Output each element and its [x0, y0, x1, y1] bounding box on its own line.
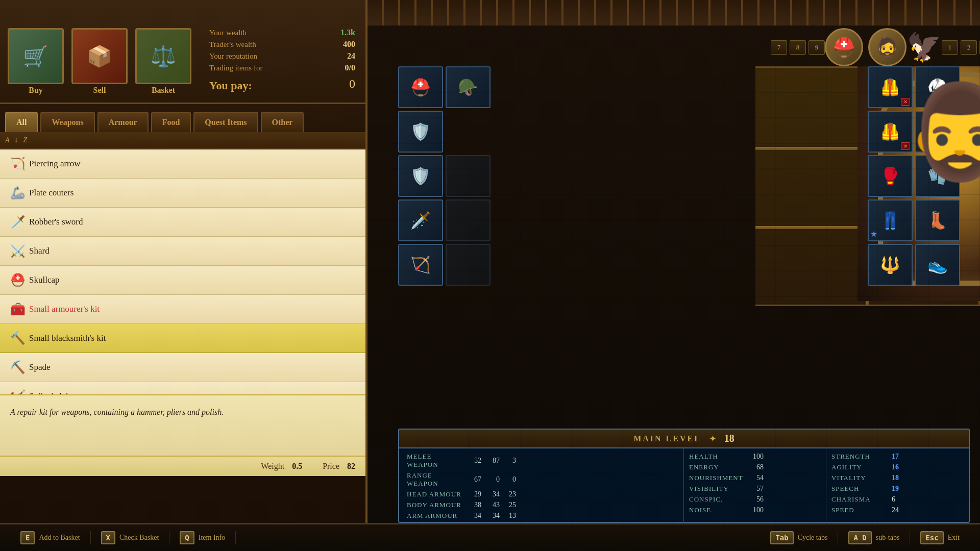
- slot-helmet[interactable]: ⛑️: [398, 66, 443, 108]
- item-name-skullcap: Skullcap: [29, 275, 60, 285]
- main-level-label: MAIN LEVEL: [633, 434, 701, 443]
- attr-strength: STRENGTH 17: [831, 453, 964, 461]
- sort-z: Z: [23, 136, 28, 144]
- noise-value: 100: [749, 506, 764, 514]
- trader-wealth-label: Trader's wealth: [209, 40, 256, 49]
- conspic-label: CONSPIC.: [689, 495, 745, 504]
- buy-crest[interactable]: 🛒: [8, 28, 64, 84]
- head-v2: 34: [485, 490, 500, 498]
- item-row-small-armourers-kit[interactable]: 🧰 Small armourer's kit: [0, 295, 365, 324]
- arm-v1: 34: [467, 512, 481, 520]
- action-add-basket: Add to Basket: [39, 534, 80, 542]
- tab-weapons[interactable]: Weapons: [40, 112, 94, 132]
- key-esc: Esc: [920, 531, 943, 544]
- sell-label: Sell: [93, 86, 106, 95]
- you-pay-label: You pay:: [209, 79, 252, 92]
- attr-vitality: VITALITY 18: [831, 474, 964, 482]
- num-tab-1[interactable]: 1: [942, 40, 958, 55]
- basket-crest-wrapper: ⚖️ Basket: [135, 28, 191, 95]
- slot-quiver[interactable]: [446, 244, 491, 286]
- slot-weapon-2[interactable]: [446, 199, 491, 241]
- portrait-helmet[interactable]: ⛑️: [825, 28, 863, 66]
- item-name-small-armourers-kit: Small armourer's kit: [29, 304, 100, 314]
- charisma-label: CHARISMA: [831, 495, 888, 504]
- attr-speech: SPEECH 19: [831, 485, 964, 493]
- agility-label: AGILITY: [831, 463, 888, 471]
- slot-empty-1[interactable]: [446, 155, 491, 197]
- slot-coif[interactable]: 🪖: [446, 66, 491, 108]
- item-name-spade: Spade: [29, 362, 51, 372]
- slot-misc-2[interactable]: 👟: [915, 244, 960, 286]
- body-armour-label: BODY ARMOUR: [407, 501, 463, 509]
- slot-row-3: 🗡️: [398, 199, 500, 241]
- num-tab-9[interactable]: 9: [808, 40, 825, 55]
- visibility-label: VISIBILITY: [689, 485, 745, 493]
- num-tab-7[interactable]: 7: [771, 40, 787, 55]
- melee-v3: 3: [504, 457, 516, 465]
- reputation-label: Your reputation: [209, 52, 257, 61]
- basket-crest[interactable]: ⚖️: [135, 28, 191, 84]
- item-row-spiked-club[interactable]: 🏏 Spiked club: [0, 382, 365, 394]
- slot-legs[interactable]: 👖 ★: [868, 199, 913, 241]
- key-tab: Tab: [770, 531, 793, 544]
- star-badge: ★: [870, 229, 877, 239]
- sell-crest[interactable]: 📦: [71, 28, 128, 84]
- num-tab-8[interactable]: 8: [790, 40, 806, 55]
- stats-area: MAIN LEVEL ✦ 18 MELEE WEAPON 52 87 3 RAN…: [398, 429, 970, 523]
- item-row-small-blacksmiths-kit[interactable]: 🔨 Small blacksmith's kit: [0, 324, 365, 353]
- your-wealth-label: Your wealth: [209, 29, 247, 37]
- speech-label: SPEECH: [831, 485, 888, 493]
- item-row-spade[interactable]: ⛏️ Spade: [0, 353, 365, 382]
- num-tab-2[interactable]: 2: [961, 40, 977, 55]
- item-row-plate-couters[interactable]: 🦾 Plate couters: [0, 179, 365, 208]
- attr-charisma: CHARISMA 6: [831, 495, 964, 504]
- nourishment-value: 54: [749, 474, 764, 482]
- stat-energy: ENERGY 68: [689, 463, 821, 471]
- key-x: X: [101, 531, 115, 544]
- item-row-piercing-arrow[interactable]: 🏹 Piercing arrow: [0, 149, 365, 179]
- stat-body-armour: BODY ARMOUR 38 43 25: [407, 501, 676, 509]
- slot-bow[interactable]: 🏹: [398, 244, 443, 286]
- body-v1: 38: [467, 501, 481, 509]
- key-e: E: [20, 531, 35, 544]
- action-item-info: Item Info: [199, 534, 225, 542]
- item-name-plate-couters: Plate couters: [29, 188, 74, 198]
- item-row-robbers-sword[interactable]: 🗡️ Robber's sword: [0, 208, 365, 237]
- stat-arm-armour: ARM ARMOUR 34 34 13: [407, 512, 676, 520]
- tab-armour[interactable]: Armour: [97, 112, 149, 132]
- tab-food[interactable]: Food: [151, 112, 191, 132]
- tab-other[interactable]: Other: [261, 112, 304, 132]
- portrait-face[interactable]: 🧔: [868, 28, 906, 66]
- melee-weapon-label: MELEE WEAPON: [407, 453, 463, 469]
- slot-boots[interactable]: 👢: [915, 199, 960, 241]
- slot-shield[interactable]: 🛡️: [398, 111, 443, 153]
- trading-items-label: Trading items for: [209, 64, 262, 72]
- speed-label: SPEED: [831, 506, 888, 514]
- tab-all[interactable]: All: [5, 112, 38, 132]
- left-trading-panel: 🛒 Buy 📦 Sell ⚖️ Basket Your wealth 1.3k …: [0, 0, 368, 551]
- reputation-value: 24: [347, 52, 355, 61]
- you-pay-value: 0: [349, 77, 355, 91]
- energy-value: 68: [749, 463, 764, 471]
- strength-value: 17: [892, 453, 899, 461]
- right-character-panel: 7 8 9 ⛑️ 🧔 🦅 1 2 3 ⛑️ 🪖 🛡️: [368, 0, 980, 551]
- weight-stat: Weight 0.5: [261, 462, 302, 471]
- eagle-emblem: 🦅: [906, 31, 942, 64]
- item-row-skullcap[interactable]: ⛑️ Skullcap: [0, 266, 365, 295]
- trading-items-row: Trading items for 0/0: [209, 63, 355, 72]
- item-name-robbers-sword: Robber's sword: [29, 217, 83, 227]
- strength-label: STRENGTH: [831, 453, 888, 461]
- stat-conspic: CONSPIC. 56: [689, 495, 821, 504]
- item-row-shard[interactable]: ⚔️ Shard: [0, 237, 365, 266]
- action-cycle-tabs: Cycle tabs: [798, 534, 828, 542]
- slot-misc-1[interactable]: 🔱: [868, 244, 913, 286]
- slot-container-left: ⛑️ 🪖 🛡️ 🛡️ 🗡️ 🏹: [398, 66, 500, 286]
- slot-chest[interactable]: 🛡️: [398, 155, 443, 197]
- slot-row-1: ⛑️ 🪖: [398, 66, 500, 108]
- slot-weapon-1[interactable]: 🗡️: [398, 199, 443, 241]
- slot-row-2: 🛡️: [398, 155, 500, 197]
- tab-questitems[interactable]: Quest Items: [193, 112, 258, 132]
- your-wealth-row: Your wealth 1.3k: [209, 28, 355, 37]
- melee-v2: 87: [485, 457, 500, 465]
- range-weapon-label: RANGE WEAPON: [407, 471, 463, 488]
